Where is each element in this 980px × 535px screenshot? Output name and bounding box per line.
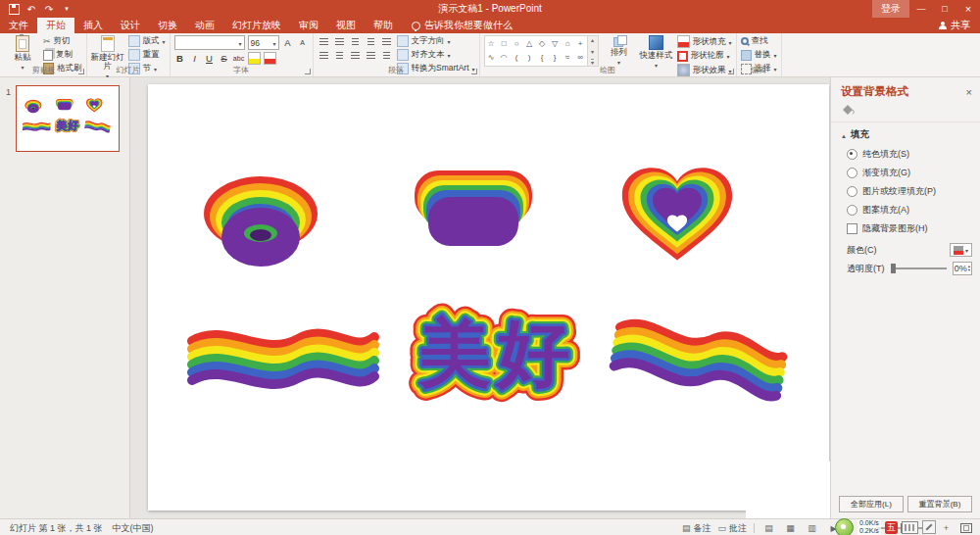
notes-button[interactable]: 备注: [682, 522, 711, 535]
normal-view-button[interactable]: [761, 523, 776, 533]
columns-button[interactable]: [380, 49, 393, 61]
decrease-indent-button[interactable]: [349, 35, 362, 47]
layout-button[interactable]: 版式: [128, 35, 166, 47]
slider-thumb[interactable]: [891, 264, 896, 273]
save-icon[interactable]: [9, 4, 20, 15]
replace-button[interactable]: 替换: [741, 49, 777, 61]
apply-to-all-button[interactable]: 全部应用(L): [839, 496, 904, 512]
shape-gallery-item[interactable]: △: [523, 36, 536, 50]
shape-gallery-item[interactable]: ☆: [485, 36, 498, 50]
gallery-scroll-up[interactable]: [591, 36, 594, 43]
tab-home[interactable]: 开始: [37, 18, 74, 33]
tab-file[interactable]: 文件: [0, 18, 37, 33]
clear-formatting-button[interactable]: abc: [233, 55, 245, 62]
shape-gallery-item[interactable]: ○: [511, 36, 523, 50]
font-size-combo[interactable]: 96: [248, 35, 279, 50]
slide-canvas[interactable]: [130, 77, 830, 518]
paragraph-dialog-launcher[interactable]: [471, 69, 477, 74]
speed-ball-icon[interactable]: [835, 518, 854, 535]
sign-in-button[interactable]: 登录: [872, 0, 909, 18]
cut-button[interactable]: 剪切: [43, 35, 82, 47]
numbering-button[interactable]: [333, 35, 346, 47]
shape-gallery-item[interactable]: ▽: [549, 36, 562, 50]
qat-dropdown-icon[interactable]: [61, 3, 73, 15]
shape-gallery-item[interactable]: ∿: [485, 50, 498, 64]
pattern-fill-radio[interactable]: 图案填充(A): [831, 201, 980, 219]
increase-indent-button[interactable]: [365, 35, 377, 47]
tab-slideshow[interactable]: 幻灯片放映: [223, 18, 290, 33]
align-right-button[interactable]: [349, 49, 362, 61]
transparency-value-field[interactable]: 0%: [953, 262, 972, 275]
close-button[interactable]: [956, 0, 980, 18]
strikethrough-button[interactable]: S: [219, 53, 230, 64]
text-direction-button[interactable]: 文字方向: [397, 35, 475, 47]
shape-gallery-item[interactable]: ∞: [574, 50, 587, 64]
shape-gallery-item[interactable]: ◠: [498, 50, 511, 64]
italic-button[interactable]: I: [189, 53, 201, 64]
shape-gallery-item[interactable]: ): [523, 50, 536, 64]
slide-sorter-button[interactable]: [783, 523, 798, 533]
zoom-in-button[interactable]: [939, 523, 954, 533]
shape-gallery-item[interactable]: □: [498, 36, 511, 50]
undo-icon[interactable]: [25, 3, 37, 15]
hide-background-checkbox[interactable]: 隐藏背景图形(H): [831, 219, 980, 238]
shape-gallery-item[interactable]: }: [549, 50, 562, 64]
line-spacing-button[interactable]: [380, 35, 393, 47]
shape-gallery-item[interactable]: ⌂: [562, 36, 574, 50]
font-dialog-launcher[interactable]: [305, 69, 311, 74]
arrange-button[interactable]: 排列: [603, 35, 636, 67]
copy-button[interactable]: 复制: [43, 49, 82, 61]
tab-view[interactable]: 视图: [327, 18, 365, 33]
reset-button[interactable]: 重置: [128, 49, 166, 61]
color-picker-button[interactable]: [950, 243, 972, 257]
slide-indicator[interactable]: 幻灯片 第 1 张，共 1 张: [10, 522, 103, 535]
ime-badge[interactable]: 五: [885, 521, 898, 534]
shapes-gallery[interactable]: ☆ □ ○ △ ◇ ▽ ⌂ + ∿ ◠ ( ) { } ≈: [484, 35, 588, 67]
keyboard-icon[interactable]: [902, 521, 918, 534]
fill-category-icon[interactable]: [831, 101, 980, 122]
tab-help[interactable]: 帮助: [365, 18, 402, 33]
shape-outline-button[interactable]: 形状轮廓: [677, 50, 732, 62]
align-text-button[interactable]: 对齐文本: [397, 49, 475, 61]
share-button[interactable]: 共享: [929, 18, 980, 33]
shape-fill-button[interactable]: 形状填充: [677, 35, 732, 48]
picture-fill-radio[interactable]: 图片或纹理填充(P): [831, 182, 980, 201]
shape-gallery-item[interactable]: ◇: [536, 36, 549, 50]
shape-gallery-item[interactable]: ≈: [562, 50, 574, 64]
highlight-color-button[interactable]: [248, 52, 261, 65]
slide-thumbnail[interactable]: [16, 85, 120, 152]
maximize-button[interactable]: [933, 0, 956, 18]
align-left-button[interactable]: [318, 49, 330, 61]
tell-me-search[interactable]: 告诉我你想要做什么: [412, 18, 513, 33]
tab-animations[interactable]: 动画: [186, 18, 223, 33]
drawing-dialog-launcher[interactable]: [728, 69, 734, 74]
font-name-combo[interactable]: [174, 35, 245, 50]
grow-font-button[interactable]: A: [282, 37, 294, 48]
bullets-button[interactable]: [318, 35, 330, 47]
shrink-font-button[interactable]: A: [297, 39, 309, 46]
align-center-button[interactable]: [333, 49, 346, 61]
slide[interactable]: [148, 84, 829, 511]
language-button[interactable]: 中文(中国): [113, 522, 154, 535]
tab-insert[interactable]: 插入: [74, 18, 112, 33]
gallery-scroll-down[interactable]: [591, 48, 594, 55]
minimize-button[interactable]: [909, 0, 933, 18]
clipboard-dialog-launcher[interactable]: [78, 69, 84, 74]
tab-transitions[interactable]: 切换: [149, 18, 186, 33]
bold-button[interactable]: B: [174, 53, 186, 64]
redo-icon[interactable]: [43, 3, 55, 15]
shape-gallery-item[interactable]: +: [574, 36, 587, 50]
fit-slide-to-window-button[interactable]: [960, 523, 972, 533]
reset-background-button[interactable]: 重置背景(B): [907, 496, 972, 512]
close-panel-icon[interactable]: [966, 86, 972, 98]
transparency-slider[interactable]: [891, 268, 947, 269]
reading-view-button[interactable]: [805, 523, 819, 533]
font-color-button[interactable]: [264, 52, 276, 65]
shape-gallery-item[interactable]: (: [511, 50, 523, 64]
underline-button[interactable]: U: [204, 53, 216, 64]
tab-design[interactable]: 设计: [112, 18, 149, 33]
fill-section-header[interactable]: 填充: [831, 122, 980, 145]
spinner-icon[interactable]: [968, 265, 970, 272]
wrench-icon[interactable]: [922, 520, 936, 534]
solid-fill-radio[interactable]: 纯色填充(S): [831, 145, 980, 164]
